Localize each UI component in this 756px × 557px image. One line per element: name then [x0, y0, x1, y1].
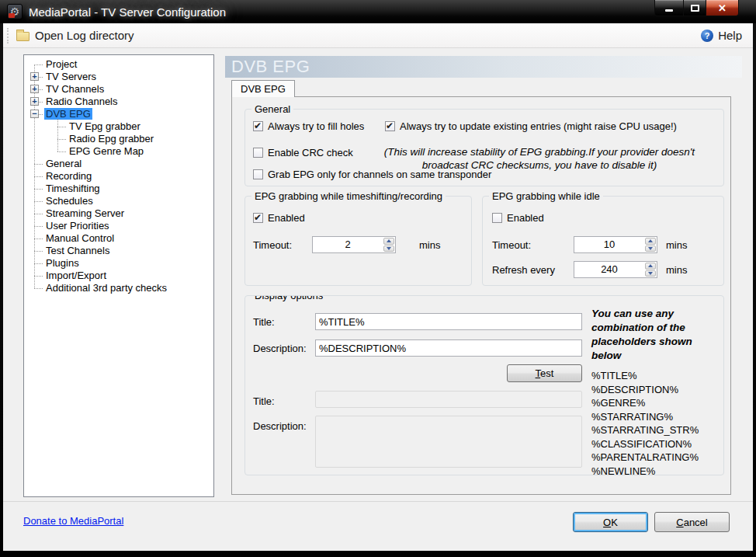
expand-icon[interactable]: +	[30, 97, 39, 106]
tree-item-label: TV Epg grabber	[68, 120, 142, 132]
tree-item-radio-channels[interactable]: +Radio Channels	[24, 96, 213, 108]
placeholder-item: %PARENTALRATING%	[591, 451, 699, 465]
crc-checkbox[interactable]	[253, 148, 263, 158]
ok-button[interactable]: OK	[573, 512, 648, 532]
tree-item-user-priorities[interactable]: User Priorities	[24, 220, 213, 232]
crc-note: (This will increase stability of EPG gra…	[366, 145, 713, 172]
idle-timeout-value: 10	[574, 237, 644, 252]
group-epg-idle: EPG grabbing while idle Enabled Timeout:…	[482, 196, 724, 286]
expand-icon[interactable]: +	[30, 72, 39, 81]
window-title: MediaPortal - TV Server Configuration	[29, 5, 226, 19]
donate-link[interactable]: Donate to MediaPortal	[23, 515, 123, 527]
same-transponder-checkbox[interactable]	[253, 169, 263, 179]
tree-connector	[34, 214, 43, 214]
idle-enabled-row: Enabled	[492, 212, 544, 224]
tree-connector	[34, 251, 43, 252]
titlebar[interactable]: ⚙ MediaPortal - TV Server Configuration …	[0, 0, 756, 23]
tree-item-label: User Priorities	[44, 220, 111, 232]
ts-timeout-down-button[interactable]	[383, 245, 394, 252]
tree-item-tv-servers[interactable]: +TV Servers	[24, 71, 213, 83]
idle-enabled-checkbox[interactable]	[492, 213, 502, 223]
tree-item-label: DVB EPG	[44, 108, 92, 120]
title-input[interactable]	[315, 313, 582, 330]
group-epg-idle-title: EPG grabbing while idle	[489, 190, 603, 202]
app-window: ⚙ MediaPortal - TV Server Configuration …	[0, 0, 756, 557]
tree-item-schedules[interactable]: Schedules	[24, 195, 213, 207]
arrow-down-icon	[648, 247, 653, 250]
tree-item-label: Schedules	[44, 195, 95, 207]
tree-connector	[34, 226, 43, 227]
help-button[interactable]: ? Help	[701, 29, 753, 42]
tree-item-tv-epg-grabber[interactable]: TV Epg grabber	[24, 120, 213, 133]
tree-item-dvb-epg[interactable]: −DVB EPG	[24, 108, 213, 120]
settings-tree: Project+TV Servers+TV Channels+Radio Cha…	[23, 54, 214, 497]
placeholder-item: %DESCRIPTION%	[591, 383, 699, 397]
refresh-mins-label: mins	[666, 264, 687, 276]
placeholder-item: %CLASSIFICATION%	[591, 437, 699, 451]
expand-icon[interactable]: +	[30, 85, 39, 93]
tree-item-test-channels[interactable]: Test Channels	[24, 245, 213, 257]
fill-holes-checkbox[interactable]	[253, 121, 263, 131]
placeholder-item: %NEWLINE%	[591, 465, 699, 476]
idle-timeout-up-button[interactable]	[645, 238, 656, 245]
arrow-up-icon	[648, 239, 653, 242]
arrow-down-icon	[648, 272, 653, 275]
tree-item-project[interactable]: Project	[24, 58, 213, 71]
refresh-every-stepper[interactable]: 240	[574, 261, 657, 278]
ts-timeout-label: Timeout:	[253, 239, 292, 251]
tree-item-import-export[interactable]: Import/Export	[24, 270, 213, 282]
ts-timeout-stepper[interactable]: 2	[312, 236, 396, 253]
window-controls: ✕	[654, 0, 739, 16]
tree-guide-line	[57, 119, 58, 151]
update-existing-row: Always try to update existing entries (m…	[385, 120, 677, 132]
open-log-directory-button[interactable]: Open Log directory	[11, 26, 140, 44]
idle-timeout-down-button[interactable]	[645, 245, 656, 252]
toolbar-grip[interactable]	[7, 28, 9, 44]
tab-content: General Always try to fill holes Always …	[231, 96, 731, 495]
tree-item-manual-control[interactable]: Manual Control	[24, 232, 213, 245]
tree-item-radio-epg-grabber[interactable]: Radio Epg grabber	[24, 133, 213, 145]
close-icon: ✕	[718, 3, 727, 13]
ts-enabled-checkbox[interactable]	[253, 213, 263, 223]
tree-item-additional-3rd-party-checks[interactable]: Additional 3rd party checks	[24, 282, 213, 294]
tree-item-plugins[interactable]: Plugins	[24, 257, 213, 270]
folder-icon	[16, 32, 29, 41]
tree-item-label: Plugins	[44, 257, 81, 269]
tree-item-streaming-server[interactable]: Streaming Server	[24, 207, 213, 220]
group-display-options: Display options Title: Description: Test…	[244, 295, 724, 475]
group-epg-timeshifting: EPG grabbing while timeshifting/recordin…	[244, 196, 472, 286]
maximize-button[interactable]	[684, 0, 706, 16]
tree-connector	[34, 263, 43, 264]
ts-enabled-row: Enabled	[253, 212, 305, 224]
tree-item-label: Project	[44, 58, 78, 70]
idle-timeout-stepper[interactable]: 10	[574, 236, 657, 253]
description-label: Description:	[253, 343, 307, 354]
tab-dvb-epg[interactable]: DVB EPG	[231, 80, 295, 97]
description-input[interactable]	[315, 339, 582, 357]
placeholders-list: %TITLE%%DESCRIPTION%%GENRE%%STARRATING%%…	[591, 369, 699, 475]
refresh-every-up-button[interactable]	[645, 263, 656, 270]
tab-label: DVB EPG	[241, 83, 286, 95]
tree-connector	[34, 176, 43, 177]
minimize-button[interactable]	[654, 0, 684, 16]
open-log-directory-label: Open Log directory	[35, 29, 134, 42]
close-button[interactable]: ✕	[706, 0, 739, 16]
ts-timeout-up-button[interactable]	[383, 238, 394, 245]
idle-mins-label: mins	[666, 239, 687, 251]
collapse-icon[interactable]: −	[30, 110, 39, 118]
tree-item-epg-genre-map[interactable]: EPG Genre Map	[24, 145, 213, 158]
tree-item-general[interactable]: General	[24, 158, 213, 170]
app-icon: ⚙	[7, 4, 23, 19]
refresh-every-down-button[interactable]	[645, 270, 656, 277]
tree-item-timeshifting[interactable]: Timeshifting	[24, 183, 213, 195]
tree-item-recording[interactable]: Recording	[24, 170, 213, 183]
tree-item-tv-channels[interactable]: +TV Channels	[24, 83, 213, 96]
update-existing-label: Always try to update existing entries (m…	[400, 120, 677, 132]
tree-connector	[34, 189, 43, 190]
cancel-button[interactable]: Cancel	[654, 512, 730, 532]
tree-item-label: EPG Genre Map	[68, 145, 145, 157]
fill-holes-row: Always try to fill holes	[253, 120, 364, 132]
ts-enabled-label: Enabled	[268, 212, 305, 224]
update-existing-checkbox[interactable]	[385, 121, 395, 131]
test-button[interactable]: Test	[507, 364, 582, 382]
